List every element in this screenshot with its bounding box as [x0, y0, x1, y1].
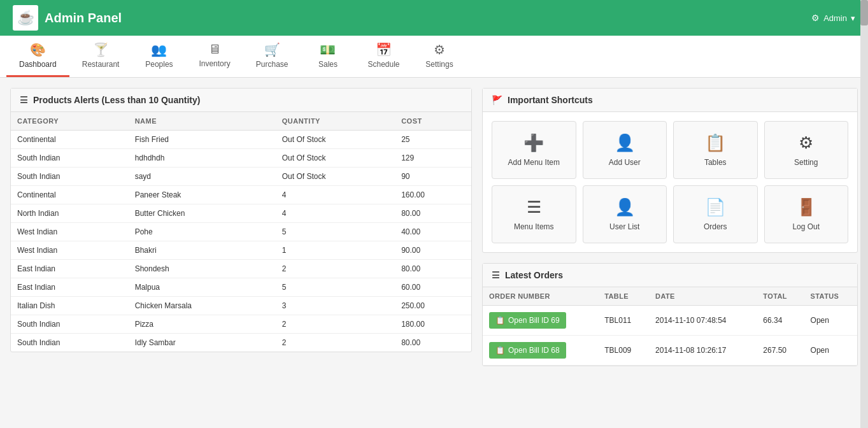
admin-menu[interactable]: ⚙ Admin ▾: [811, 13, 855, 23]
products-alert-title: Products Alerts (Less than 10 Quantity): [33, 95, 200, 105]
nav-label-dashboard: Dashboard: [19, 60, 57, 69]
shortcut-tables[interactable]: 📋 Tables: [673, 121, 758, 179]
table-row: South Indian Idly Sambar 2 80.00: [11, 334, 471, 352]
orders-header-row: ORDER NUMBER TABLE DATE TOTAL STATUS: [483, 287, 857, 306]
cell-bill[interactable]: 📋 Open Bill ID 68: [483, 336, 598, 366]
flag-icon: 🚩: [492, 95, 502, 105]
nav-item-restaurant[interactable]: 🍸 Restaurant: [69, 36, 132, 77]
header: ☕ Admin Panel ⚙ Admin ▾: [0, 0, 868, 36]
open-bill-button[interactable]: 📋 Open Bill ID 69: [489, 312, 566, 329]
file-icon: 📋: [495, 346, 505, 355]
latest-orders-panel: ☰ Latest Orders ORDER NUMBER TABLE DATE …: [482, 263, 858, 366]
nav-label-settings: Settings: [425, 60, 453, 69]
col-name: NAME: [129, 112, 276, 131]
nav-label-restaurant: Restaurant: [82, 60, 120, 69]
shortcuts-header: 🚩 Important Shortcuts: [483, 89, 857, 112]
menu-items-label: Menu Items: [514, 222, 554, 231]
cell-table: TBL011: [598, 306, 649, 336]
restaurant-icon: 🍸: [93, 42, 109, 57]
cell-category: South Indian: [11, 315, 129, 334]
setting-label: Setting: [794, 158, 818, 167]
nav-label-schedule: Schedule: [367, 60, 399, 69]
log-out-icon: 🚪: [796, 197, 816, 217]
scrollbar-thumb[interactable]: [860, 0, 868, 25]
shortcut-menu-items[interactable]: ☰ Menu Items: [492, 185, 576, 243]
nav-item-inventory[interactable]: 🖥 Inventory: [186, 36, 243, 77]
nav-item-peoples[interactable]: 👥 Peoples: [132, 36, 186, 77]
sales-icon: 💵: [320, 42, 336, 57]
shortcut-user-list[interactable]: 👤 User List: [583, 185, 667, 243]
cell-cost: 80.00: [395, 260, 471, 278]
table-row: East Indian Malpua 5 60.00: [11, 278, 471, 297]
orders-icon: 📄: [705, 197, 725, 217]
shortcut-add-menu-item[interactable]: ➕ Add Menu Item: [492, 121, 576, 179]
cell-cost: 160.00: [395, 186, 471, 204]
table-row: East Indian Shondesh 2 80.00: [11, 260, 471, 278]
cell-quantity: 3: [276, 297, 395, 315]
cell-quantity: 5: [276, 223, 395, 241]
table-row: West Indian Bhakri 1 90.00: [11, 241, 471, 260]
cell-category: South Indian: [11, 149, 129, 168]
cell-category: West Indian: [11, 241, 129, 260]
cell-name: Fish Fried: [129, 131, 276, 149]
cell-category: West Indian: [11, 223, 129, 241]
cell-name: Malpua: [129, 278, 276, 297]
header-title: Admin Panel: [45, 11, 122, 25]
nav-item-dashboard[interactable]: 🎨 Dashboard: [6, 36, 69, 77]
latest-orders-header: ☰ Latest Orders: [483, 264, 857, 287]
scrollbar[interactable]: [860, 0, 868, 376]
inventory-icon: 🖥: [208, 42, 221, 57]
col-date: DATE: [649, 287, 757, 306]
col-total: TOTAL: [757, 287, 804, 306]
cell-name: hdhdhdh: [129, 149, 276, 168]
file-icon: 📋: [495, 316, 505, 325]
products-alert-header: ☰ Products Alerts (Less than 10 Quantity…: [11, 89, 471, 112]
nav-item-sales[interactable]: 💵 Sales: [301, 36, 355, 77]
open-bill-button[interactable]: 📋 Open Bill ID 68: [489, 342, 566, 359]
cell-quantity: 2: [276, 315, 395, 334]
cell-cost: 180.00: [395, 315, 471, 334]
cell-status: Open: [804, 306, 857, 336]
shortcut-log-out[interactable]: 🚪 Log Out: [764, 185, 849, 243]
cell-quantity: 1: [276, 241, 395, 260]
cell-quantity: 2: [276, 334, 395, 352]
products-table: CATEGORY NAME QUANTITY COST Continental …: [11, 112, 471, 352]
dashboard-icon: 🎨: [30, 42, 46, 57]
cell-name: Pohe: [129, 223, 276, 241]
cell-cost: 80.00: [395, 334, 471, 352]
logo-icon: ☕: [17, 10, 34, 26]
orders-row: 📋 Open Bill ID 69 TBL011 2014-11-10 07:4…: [483, 306, 857, 336]
shortcut-add-user[interactable]: 👤 Add User: [583, 121, 667, 179]
col-table: TABLE: [598, 287, 649, 306]
nav-item-schedule[interactable]: 📅 Schedule: [355, 36, 412, 77]
cell-name: Idly Sambar: [129, 334, 276, 352]
list-icon: ☰: [20, 95, 28, 105]
header-left: ☕ Admin Panel: [13, 5, 122, 31]
shortcut-orders[interactable]: 📄 Orders: [673, 185, 758, 243]
shortcut-setting[interactable]: ⚙ Setting: [764, 121, 849, 179]
cell-name: Bhakri: [129, 241, 276, 260]
user-list-label: User List: [609, 222, 639, 231]
cell-name: Shondesh: [129, 260, 276, 278]
products-alert-panel: ☰ Products Alerts (Less than 10 Quantity…: [10, 88, 472, 352]
logo-box: ☕: [13, 5, 38, 31]
cell-name: Butter Chicken: [129, 204, 276, 223]
col-quantity: QUANTITY: [276, 112, 395, 131]
nav-item-settings[interactable]: ⚙ Settings: [413, 36, 467, 77]
table-row: North Indian Butter Chicken 4 80.00: [11, 204, 471, 223]
cell-quantity: Out Of Stock: [276, 149, 395, 168]
cell-cost: 40.00: [395, 223, 471, 241]
cell-cost: 25: [395, 131, 471, 149]
nav-item-purchase[interactable]: 🛒 Purchase: [243, 36, 301, 77]
settings-icon: ⚙: [434, 42, 445, 57]
cell-name: Pizza: [129, 315, 276, 334]
main-nav: 🎨 Dashboard 🍸 Restaurant 👥 Peoples 🖥 Inv…: [0, 36, 868, 78]
latest-orders-title: Latest Orders: [505, 270, 563, 280]
cell-category: East Indian: [11, 260, 129, 278]
add-user-icon: 👤: [615, 133, 635, 153]
cell-date: 2014-11-08 10:26:17: [649, 336, 757, 366]
cell-cost: 90: [395, 168, 471, 186]
cell-quantity: 4: [276, 204, 395, 223]
cell-quantity: 5: [276, 278, 395, 297]
cell-bill[interactable]: 📋 Open Bill ID 69: [483, 306, 598, 336]
